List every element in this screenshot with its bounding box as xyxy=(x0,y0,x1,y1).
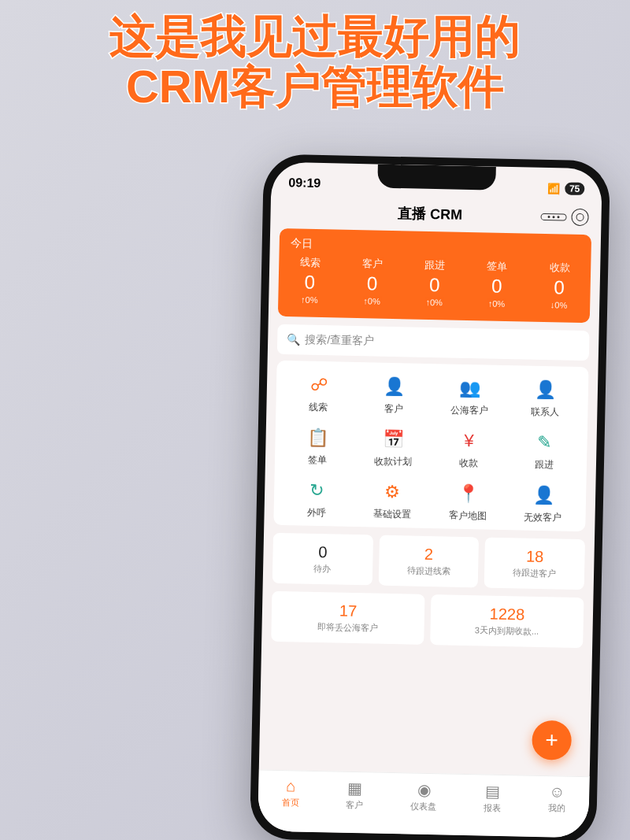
plan-icon: 📅 xyxy=(380,427,406,453)
miniprogram-menu-button[interactable] xyxy=(540,213,566,220)
profile-icon: ☺ xyxy=(548,783,565,801)
report-icon: ▤ xyxy=(484,782,501,801)
payment-icon: ¥ xyxy=(456,428,482,454)
dashboard-icon: ◉ xyxy=(411,780,437,800)
sign-icon: 📋 xyxy=(305,425,331,451)
stat-card-0[interactable]: 0待办 xyxy=(272,533,373,586)
sign-item[interactable]: 📋签单 xyxy=(280,424,356,468)
contact-icon: 👤 xyxy=(533,377,559,403)
hero-stat-2[interactable]: 跟进0↑0% xyxy=(403,257,466,308)
hero-stat-0[interactable]: 线索0↑0% xyxy=(278,255,341,305)
public-customer-item[interactable]: 👥公海客户 xyxy=(432,375,508,418)
stat-card-1[interactable]: 2待跟进线索 xyxy=(378,535,479,588)
stat-cards-row2: 17即将丢公海客户12283天内到期收款... xyxy=(271,591,584,648)
tab-report[interactable]: ▤报表 xyxy=(484,782,502,814)
bottom-tabbar: ⌂首页▦客户◉仪表盘▤报表☺我的 xyxy=(258,770,590,838)
miniprogram-close-button[interactable] xyxy=(571,209,588,226)
tab-home[interactable]: ⌂首页 xyxy=(282,777,300,809)
hero-stat-3[interactable]: 签单0↑0% xyxy=(465,259,528,309)
stat-cards-row1: 0待办2待跟进线索18待跟进客户 xyxy=(272,533,585,590)
plan-item[interactable]: 📅收款计划 xyxy=(355,426,432,469)
public-customer-icon: 👥 xyxy=(458,376,484,401)
promo-headline: 这是我见过最好用的 CRM客户管理软件 xyxy=(0,11,630,112)
customer-icon: 👤 xyxy=(382,374,408,400)
invalid-item[interactable]: 👤无效客户 xyxy=(505,482,581,525)
hero-stat-1[interactable]: 客户0↑0% xyxy=(340,257,403,307)
headline-line2: CRM客户管理软件 xyxy=(0,61,630,112)
wifi-icon: 📶 xyxy=(547,183,560,194)
payment-item[interactable]: ¥收款 xyxy=(431,427,507,471)
settings-item[interactable]: ⚙基础设置 xyxy=(354,479,430,522)
phone-frame: 09:19 📶 75 直播 CRM 今日 线索0↑0%客户0↑0%跟进0↑0%签… xyxy=(250,154,610,840)
feature-grid: ☍线索👤客户👥公海客户👤联系人📋签单📅收款计划¥收款✎跟进↻外呼⚙基础设置📍客户… xyxy=(273,361,588,531)
add-fab-button[interactable]: + xyxy=(532,720,572,760)
hero-stat-4[interactable]: 收款0↓0% xyxy=(528,261,591,311)
headline-line1: 这是我见过最好用的 xyxy=(0,11,630,61)
call-item[interactable]: ↻外呼 xyxy=(278,477,354,520)
app-title: 直播 CRM xyxy=(398,204,462,224)
search-placeholder: 搜索/查重客户 xyxy=(305,333,374,349)
search-icon: 🔍 xyxy=(287,333,300,346)
map-icon: 📍 xyxy=(455,481,481,507)
notch xyxy=(377,165,496,191)
settings-icon: ⚙ xyxy=(380,479,406,505)
today-stats-panel: 今日 线索0↑0%客户0↑0%跟进0↑0%签单0↑0%收款0↓0% xyxy=(278,228,591,323)
home-icon: ⌂ xyxy=(282,777,299,795)
lead-item[interactable]: ☍线索 xyxy=(280,372,357,415)
search-input[interactable]: 🔍 搜索/查重客户 xyxy=(277,324,590,361)
followup-item[interactable]: ✎跟进 xyxy=(506,429,583,472)
map-item[interactable]: 📍客户地图 xyxy=(429,480,506,524)
followup-icon: ✎ xyxy=(532,430,558,456)
customers-tab-icon: ▦ xyxy=(346,779,364,797)
call-icon: ↻ xyxy=(304,478,330,504)
invalid-icon: 👤 xyxy=(531,483,557,509)
lead-icon: ☍ xyxy=(306,372,332,398)
stat-card-2[interactable]: 18待跟进客户 xyxy=(484,537,585,590)
contact-item[interactable]: 👤联系人 xyxy=(507,376,584,420)
tab-customers-tab[interactable]: ▦客户 xyxy=(346,779,364,811)
stat-card-3[interactable]: 17即将丢公海客户 xyxy=(271,591,424,645)
battery-indicator: 75 xyxy=(565,182,585,195)
tab-profile[interactable]: ☺我的 xyxy=(548,783,566,814)
stat-card-4[interactable]: 12283天内到期收款... xyxy=(430,594,584,648)
status-time: 09:19 xyxy=(288,176,321,191)
tab-dashboard[interactable]: ◉仪表盘 xyxy=(410,780,437,813)
customer-item[interactable]: 👤客户 xyxy=(356,373,432,416)
